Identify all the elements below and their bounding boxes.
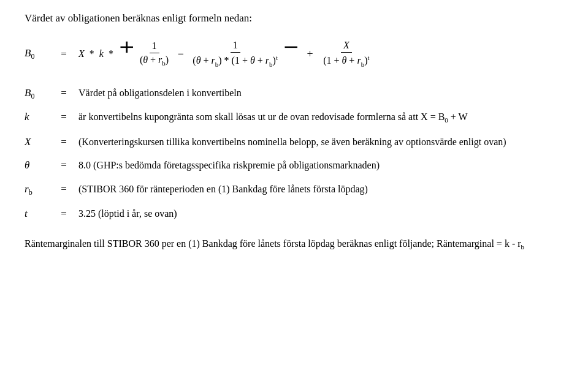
bracket-right: ⁻ [283, 37, 299, 69]
def-t: t = 3.25 (löptid i år, se ovan) [25, 206, 563, 222]
def-theta: θ = 8.0 (GHP:s bedömda företagsspecifika… [25, 158, 563, 173]
frac-first: 1 (θ + rb) [137, 40, 171, 67]
def-theta-text: 8.0 (GHP:s bedömda företagsspecifika ris… [78, 158, 563, 173]
frac-second: 1 (θ + rb) * (1 + θ + rb)t [190, 40, 280, 68]
def-x: X = (Konverteringskursen tillika konvert… [25, 135, 563, 150]
def-t-text: 3.25 (löptid i år, se ovan) [78, 206, 563, 222]
bracket-left: ⁺ [118, 37, 135, 69]
def-rb-text: (STIBOR 360 för ränteperioden en (1) Ban… [78, 182, 563, 197]
main-equals: = [49, 47, 78, 61]
frac-third: X (1 + θ + rb)t [321, 40, 372, 68]
def-rb: rb = (STIBOR 360 för ränteperioden en (1… [25, 182, 563, 197]
bottom-note: Räntemarginalen till STIBOR 360 per en (… [25, 236, 563, 253]
definition-rows: B0 = Värdet på obligationsdelen i konver… [25, 86, 563, 221]
def-b0: B0 = Värdet på obligationsdelen i konver… [25, 86, 563, 101]
def-b0-text: Värdet på obligationsdelen i konvertibel… [78, 86, 563, 101]
b0-symbol: B0 [25, 46, 49, 61]
def-x-text: (Konverteringskursen tillika konvertibel… [78, 135, 563, 150]
intro-text: Värdet av obligationen beräknas enligt f… [25, 12, 563, 25]
page-content: Värdet av obligationen beräknas enligt f… [25, 12, 563, 253]
def-k-text: är konvertibelns kupongränta som skall l… [78, 110, 563, 126]
main-formula-expression: X * k * ⁺ 1 (θ + rb) − 1 (θ + rb) * (1 +… [78, 39, 372, 69]
main-formula-section: B0 = X * k * ⁺ 1 (θ + rb) − 1 (θ [25, 39, 563, 69]
def-k: k = är konvertibelns kupongränta som ska… [25, 110, 563, 126]
